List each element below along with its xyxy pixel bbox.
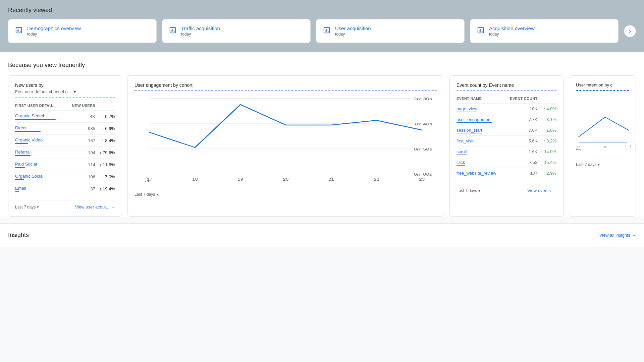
table-row: Paid Social 114 ↓ 11.6% bbox=[15, 159, 115, 171]
subtitle-dropdown-icon[interactable]: ▾ bbox=[73, 88, 76, 95]
trend-cell: ↑ 0.7% bbox=[95, 111, 115, 123]
channel-bar bbox=[15, 143, 28, 144]
event-col1-header: EVENT NAME bbox=[457, 95, 504, 104]
svg-text:1m 40s: 1m 40s bbox=[414, 122, 432, 126]
new-users-widget: New users by First user default channel … bbox=[8, 75, 122, 217]
svg-text:0m 00s: 0m 00s bbox=[414, 172, 432, 177]
channel-bar bbox=[15, 155, 31, 156]
insights-section: Insights View all insights → bbox=[0, 223, 644, 247]
col1-header: FIRST USER DEFAU... bbox=[15, 102, 66, 111]
trend-cell: ↑ 2.9% bbox=[537, 168, 556, 179]
retention-widget: User retention by c 17 May 18 Last 7 day… bbox=[569, 75, 636, 217]
recent-card-user-acquisition[interactable]: User acquisition today bbox=[316, 19, 465, 43]
svg-text:18: 18 bbox=[604, 145, 607, 148]
recently-viewed-title: Recently viewed bbox=[8, 7, 636, 14]
card-chart-icon bbox=[477, 26, 484, 36]
carousel-next-button[interactable]: › bbox=[624, 25, 636, 37]
card-title: Acquisition overview bbox=[489, 25, 535, 31]
arrow-right-icon-events: → bbox=[552, 188, 556, 193]
svg-text:23: 23 bbox=[419, 178, 425, 182]
recent-card-traffic-acquisition[interactable]: Traffic acquisition today bbox=[162, 19, 311, 43]
channel-name[interactable]: Organic Video bbox=[15, 137, 43, 142]
events-time-range[interactable]: Last 7 days ▾ bbox=[457, 188, 480, 193]
channel-name[interactable]: Paid Social bbox=[15, 162, 37, 167]
event-name[interactable]: page_view bbox=[457, 106, 477, 112]
table-row: Email 37 ↑ 19.4% bbox=[15, 183, 115, 195]
card-subtitle: today bbox=[181, 32, 220, 37]
new-users-widget-title: New users by bbox=[15, 82, 115, 88]
svg-text:May: May bbox=[145, 181, 155, 182]
table-row: Organic Video 167 ↑ 8.4% bbox=[15, 135, 115, 147]
retention-next-button[interactable]: › bbox=[625, 141, 636, 152]
trend-cell: ↑ 19.4% bbox=[95, 183, 115, 195]
table-row: first_visit 5.6K ↑ 3.2% bbox=[457, 136, 556, 146]
trend-cell: ↑ 1.8% bbox=[537, 125, 556, 136]
dropdown-chevron-retention: ▾ bbox=[598, 162, 600, 167]
channel-bar bbox=[15, 167, 25, 168]
col2-header: NEW USERS bbox=[66, 102, 95, 111]
trend-cell: ↑ 14.0% bbox=[537, 146, 556, 157]
recently-viewed-section: Recently viewed Demographics overview to… bbox=[0, 0, 644, 52]
frequently-title: Because you view frequently bbox=[8, 62, 636, 69]
card-chart-icon bbox=[15, 26, 22, 36]
table-row: session_start 7.6K ↑ 1.8% bbox=[457, 125, 556, 136]
card-title: User acquisition bbox=[335, 25, 371, 31]
cohort-line-chart: 2m 30s 1m 40s 0m 50s 0m 00s 17 May bbox=[135, 95, 437, 182]
card-subtitle: today bbox=[335, 32, 371, 37]
channel-name[interactable]: Organic Search bbox=[15, 113, 45, 118]
cohort-footer: Last 7 days ▾ bbox=[135, 188, 437, 197]
event-name[interactable]: session_start bbox=[457, 128, 482, 133]
svg-text:20: 20 bbox=[283, 178, 289, 182]
event-name[interactable]: first_visit bbox=[457, 138, 474, 144]
event-name[interactable]: free_website_review bbox=[457, 171, 496, 176]
table-row: user_engagement 7.7K ↑ 3.1% bbox=[457, 114, 556, 125]
svg-text:May: May bbox=[576, 148, 581, 151]
recent-card-acquisition-overview[interactable]: Acquisition overview today bbox=[470, 19, 619, 43]
cohort-time-range[interactable]: Last 7 days ▾ bbox=[135, 192, 158, 197]
cohort-widget-title: User engagement by cohort bbox=[135, 82, 437, 91]
event-name[interactable]: user_engagement bbox=[457, 117, 492, 123]
svg-text:22: 22 bbox=[374, 178, 379, 182]
card-chart-icon bbox=[323, 26, 330, 36]
trend-cell: ↑ 8.4% bbox=[95, 135, 115, 147]
table-row: click 653 ↑ 15.4% bbox=[457, 157, 556, 168]
event-count-widget: Event count by Event name EVENT NAME EVE… bbox=[449, 75, 564, 217]
insights-title: Insights bbox=[8, 232, 29, 239]
trend-cell: ↓ 11.6% bbox=[95, 159, 115, 171]
channel-bar bbox=[15, 131, 41, 132]
cohort-chart: 2m 30s 1m 40s 0m 50s 0m 00s 17 May bbox=[135, 95, 437, 182]
table-row: scroll 1.6K ↑ 14.0% bbox=[457, 146, 556, 157]
svg-text:2m 30s: 2m 30s bbox=[414, 97, 432, 101]
new-users-widget-subtitle: First user default channel g... ▾ bbox=[15, 88, 115, 98]
arrow-right-icon: → bbox=[111, 204, 115, 209]
channel-bar bbox=[15, 119, 56, 120]
card-subtitle: today bbox=[489, 32, 535, 37]
event-name[interactable]: click bbox=[457, 160, 465, 166]
svg-text:19: 19 bbox=[237, 178, 243, 182]
channel-name[interactable]: Direct bbox=[15, 125, 26, 130]
channel-bar bbox=[15, 179, 24, 180]
view-all-insights-link[interactable]: View all insights → bbox=[599, 233, 636, 238]
table-row: Organic Social 106 ↓ 7.0% bbox=[15, 171, 115, 183]
cohort-widget: User engagement by cohort 2m 30s 1m 40s … bbox=[127, 75, 444, 217]
retention-time-range[interactable]: Last 7 days ▾ bbox=[576, 162, 600, 167]
view-events-link[interactable]: View events → bbox=[527, 188, 556, 193]
view-user-acqui-link[interactable]: View user acqui... → bbox=[75, 204, 115, 209]
dropdown-chevron: ▾ bbox=[37, 205, 39, 209]
dropdown-chevron-events: ▾ bbox=[478, 188, 480, 193]
channel-name[interactable]: Referral bbox=[15, 149, 31, 155]
retention-widget-title: User retention by c bbox=[576, 82, 629, 91]
trend-cell: ↑ 6.9% bbox=[95, 123, 115, 135]
recent-card-demographics-overview[interactable]: Demographics overview today bbox=[8, 19, 157, 43]
event-name[interactable]: scroll bbox=[457, 149, 467, 155]
recently-viewed-cards-row: Demographics overview today Traffic acqu… bbox=[8, 19, 636, 43]
retention-line-chart: 17 May 18 bbox=[576, 95, 629, 155]
trend-cell: ↑ 3.2% bbox=[537, 136, 556, 146]
new-users-time-range[interactable]: Last 7 days ▾ bbox=[15, 205, 39, 209]
channel-name[interactable]: Organic Social bbox=[15, 174, 44, 179]
channel-name[interactable]: Email bbox=[15, 186, 26, 191]
trend-cell: ↑ 15.4% bbox=[537, 157, 556, 168]
widgets-row: New users by First user default channel … bbox=[8, 75, 636, 217]
event-col2-header: EVENT COUNT bbox=[504, 95, 538, 104]
svg-text:21: 21 bbox=[328, 178, 334, 182]
